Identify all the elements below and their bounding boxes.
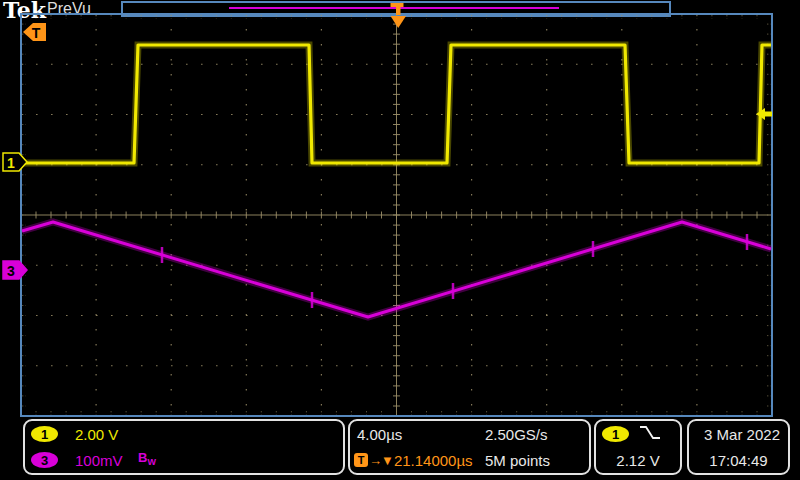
ch3-badge[interactable]: 3	[31, 452, 58, 468]
falling-edge-icon	[638, 424, 662, 444]
trigger-t-icon: T	[354, 453, 368, 467]
trigger-readout-box: 1 2.12 V	[594, 419, 682, 475]
trigger-position-top	[391, 3, 404, 7]
channel-readout-box: 1 2.00 V 3 100mV BW	[23, 419, 345, 475]
ch1-badge[interactable]: 1	[31, 426, 58, 442]
trigger-delay-readout: 21.14000µs	[394, 452, 473, 469]
time-readout: 17:04:49	[689, 452, 788, 469]
timebase-readout: 4.00µs	[357, 426, 402, 443]
date-readout: 3 Mar 2022	[704, 426, 780, 443]
record-length-readout: 5M points	[485, 452, 550, 469]
graticule: 13T	[0, 0, 800, 480]
ch3-scale: 100mV	[75, 452, 123, 469]
delay-arrow-icon: →▼	[369, 453, 393, 468]
oscilloscope-screen: Tek PreVu 13T 1 2.00 V 3 100mV BW 4.00µs…	[0, 0, 800, 480]
ch3-marker-label: 3	[7, 263, 15, 279]
trigger-position-arrow[interactable]	[391, 16, 407, 28]
horizontal-readout-box: 4.00µs 2.50GS/s T →▼ 21.14000µs 5M point…	[348, 419, 591, 475]
ch1-marker-label: 1	[7, 155, 15, 171]
trigger-offscreen-label: T	[32, 25, 41, 41]
trigger-source-badge: 1	[602, 426, 629, 442]
datetime-box: 3 Mar 2022 17:04:49	[687, 419, 790, 475]
bandwidth-limit-icon: BW	[138, 450, 156, 465]
trigger-level-readout: 2.12 V	[596, 452, 680, 469]
ch1-scale: 2.00 V	[75, 426, 118, 443]
sample-rate-readout: 2.50GS/s	[485, 426, 548, 443]
